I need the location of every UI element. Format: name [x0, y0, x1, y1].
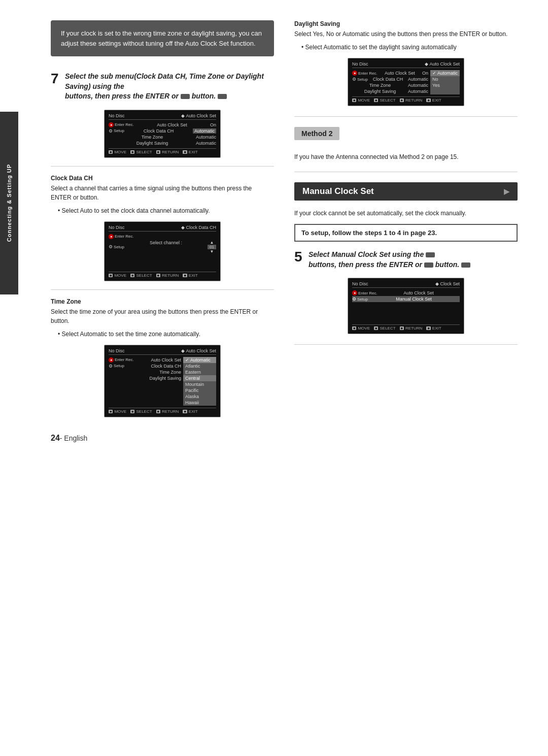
dropdown-automatic: ✓ Automatic — [183, 357, 216, 363]
step7-number: 7 — [51, 72, 61, 86]
screen2-footer: ■ MOVE ■ SELECT ■ RETURN ■ EXIT — [109, 272, 216, 278]
clock-data-ch-section: Clock Data CH Select a channel that carr… — [51, 175, 274, 215]
screen4-mockup: No Disc ◆ Auto Clock Set ● Enter Rec. Au… — [348, 58, 464, 106]
manual-clock-highlight: To setup, follow the steps 1 to 4 in pag… — [294, 224, 518, 242]
page-footer: 24 - English — [51, 434, 518, 443]
screen3-row3: Time Zone — [109, 369, 181, 375]
step7-heading: 7 Select the sub menu(Clock Data CH, Tim… — [51, 72, 274, 102]
screen4-row2: ⚙ Setup Clock Data CH Automatic — [352, 76, 428, 82]
screen5-header: No Disc ◆ Clock Set — [352, 281, 460, 288]
screen5-row1: ● Enter Rec. Auto Clock Set — [352, 290, 460, 296]
clock-data-ch-bullet: Select Auto to set the clock data channe… — [58, 206, 274, 215]
step7-text: Select the sub menu(Clock Data CH, Time … — [65, 72, 274, 102]
screen3-footer: ■ MOVE ■ SELECT ■ RETURN ■ EXIT — [109, 408, 216, 414]
screen2-row2: ⚙ Setup Select channel : ▲ 01 ▼ — [109, 240, 216, 254]
screen1-row4: Daylight Saving Automatic — [109, 140, 216, 146]
screen2-row1: ● Enter Rec. — [109, 234, 216, 240]
dropdown-hawaii: Hawaii — [183, 400, 216, 406]
sidebar: Connecting & Setting UP — [0, 112, 18, 294]
dropdown-eastern: Eastern — [183, 369, 216, 375]
step5-text: Select Manual Clock Set using the button… — [309, 250, 470, 270]
dropdown-atlantic: Atlantic — [183, 363, 216, 369]
screen1-row1: ● Enter Rec. Auto Clock Set On — [109, 122, 216, 128]
sidebar-label: Connecting & Setting UP — [6, 164, 12, 242]
ds-automatic: ✓ Automatic — [430, 70, 460, 76]
screen4-header: No Disc ◆ Auto Clock Set — [352, 61, 460, 68]
page-number: 24 — [51, 434, 60, 443]
ds-yes: Yes — [430, 82, 460, 88]
screen5-mockup: No Disc ◆ Clock Set ● Enter Rec. Auto Cl… — [348, 278, 464, 334]
time-zone-title: Time Zone — [51, 298, 274, 305]
screen1-header: No Disc ◆ Auto Clock Set — [109, 113, 216, 120]
daylight-saving-title: Daylight Saving — [294, 20, 518, 27]
clock-data-ch-body: Select a channel that carries a time sig… — [51, 184, 274, 202]
screen4-row4: Daylight Saving Automatic — [352, 88, 428, 94]
warning-box: If your clock is set to the wrong time z… — [51, 20, 274, 56]
dropdown-central: Central — [183, 375, 216, 381]
screen5-row2: ⚙ Setup Manual Clock Set — [352, 296, 460, 302]
screen1-mockup: No Disc ◆ Auto Clock Set ● Enter Rec. Au… — [104, 110, 221, 158]
page-label: - English — [60, 434, 87, 442]
screen3-mockup: No Disc ◆ Auto Clock Set ● Enter Rec. Au… — [104, 345, 221, 417]
daylight-saving-bullet: Select Automatic to set the daylight sav… — [301, 43, 518, 52]
screen4-row1: ● Enter Rec. Auto Clock Set On — [352, 70, 428, 76]
manual-clock-body: If your clock cannot be set automaticall… — [294, 209, 518, 218]
screen2-header: No Disc ◆ Clock Data CH — [109, 225, 216, 232]
manual-clock-title: Manual Clock Set — [302, 186, 374, 196]
screen2-mockup: No Disc ◆ Clock Data CH ● Enter Rec. ⚙ S… — [104, 221, 221, 281]
screen5-footer: ■ MOVE ■ SELECT ■ RETURN ■ EXIT — [352, 324, 460, 331]
daylight-saving-section: Daylight Saving Select Yes, No or Automa… — [294, 20, 518, 52]
screen3-header: No Disc ◆ Auto Clock Set — [109, 348, 216, 355]
ds-no: No — [430, 76, 460, 82]
dropdown-mountain: Mountain — [183, 381, 216, 387]
warning-text: If your clock is set to the wrong time z… — [61, 29, 262, 47]
method2-body: If you have the Antenna connected via Me… — [294, 152, 518, 161]
time-zone-body: Select the time zone of your area using … — [51, 307, 274, 325]
step5-number: 5 — [294, 250, 304, 264]
dropdown-pacific: Pacific — [183, 387, 216, 393]
manual-clock-banner: Manual Clock Set — [294, 182, 518, 201]
dropdown-alaska: Alaska — [183, 393, 216, 400]
screen3-row2: ⚙ Setup Clock Data CH — [109, 363, 181, 369]
step5-heading: 5 Select Manual Clock Set using the butt… — [294, 250, 518, 270]
screen3-row1: ● Enter Rec. Auto Clock Set — [109, 357, 181, 363]
screen4-footer: ■ MOVE ■ SELECT ■ RETURN ■ EXIT — [352, 96, 460, 103]
screen1-footer: ■ MOVE ■ SELECT ■ RETURN ■ EXIT — [109, 148, 216, 154]
clock-data-ch-title: Clock Data CH — [51, 175, 274, 182]
method2-banner: Method 2 — [294, 127, 339, 140]
time-zone-section: Time Zone Select the time zone of your a… — [51, 298, 274, 339]
screen3-row4: Daylight Saving — [109, 375, 181, 381]
time-zone-bullet: Select Automatic to set the time zone au… — [58, 330, 274, 339]
screen4-row3: Time Zone Automatic — [352, 82, 428, 88]
screen1-row2: ⚙ Setup Clock Data CH Automatic — [109, 128, 216, 134]
screen1-row3: Time Zone Automatic — [109, 134, 216, 140]
daylight-saving-body: Select Yes, No or Automatic using the bu… — [294, 29, 518, 39]
